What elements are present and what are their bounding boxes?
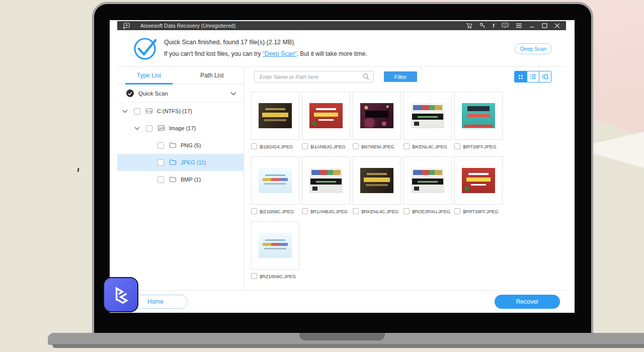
cart-icon[interactable] [466, 23, 472, 29]
file-thumbnail-card[interactable] [251, 221, 299, 270]
app-logo-icon [123, 23, 130, 29]
file-checkbox[interactable] [454, 143, 460, 149]
file-checkbox[interactable] [404, 143, 410, 149]
file-thumbnail [360, 103, 393, 128]
file-checkbox[interactable] [404, 208, 410, 214]
chevron-down-icon[interactable] [122, 108, 128, 114]
file-item: $I1ANBJG.JPEG [302, 92, 350, 149]
key-icon[interactable] [479, 23, 486, 29]
detail-view-icon[interactable] [539, 71, 551, 82]
tree-item-drive[interactable]: C:(NTFS) (17) [117, 103, 244, 120]
menu-icon[interactable] [516, 23, 522, 28]
file-thumbnail-card[interactable] [353, 92, 401, 140]
tree-item-jpeg[interactable]: JPEG (11) [117, 154, 244, 171]
file-checkbox[interactable] [251, 273, 257, 279]
chevron-down-icon[interactable] [134, 125, 140, 131]
file-checkbox[interactable] [302, 143, 308, 149]
file-thumbnail [259, 233, 292, 258]
deep-scan-button[interactable]: Deep Scan [515, 43, 552, 54]
file-thumbnail-card[interactable] [404, 92, 452, 140]
folder-icon [169, 142, 177, 149]
file-item: $RRT28FF.JPEG [454, 156, 503, 214]
tree-checkbox[interactable] [157, 177, 164, 183]
left-panel: Type List Path List Quick Scan C:(NTFS) … [117, 67, 244, 290]
view-toggle-group [514, 71, 551, 82]
file-name: $R1ANBJG.JPEG [310, 209, 348, 214]
file-item: $IKENL4C.JPEG [404, 92, 452, 149]
drive-icon [145, 108, 153, 115]
minimize-icon[interactable] [529, 23, 535, 28]
file-name: $RKENL4C.JPEG [361, 209, 398, 214]
file-item: $I67I6EM.JPEG [353, 92, 401, 149]
scan-hint-text: If you can't find lost files, you can tr… [164, 50, 367, 57]
scan-status-text: Quick Scan finished, found 17 file(s) (2… [164, 39, 294, 46]
file-name: $RZ16N9C.JPEG [260, 274, 296, 279]
tree-checkbox[interactable] [134, 108, 140, 115]
file-thumbnail [411, 103, 444, 128]
tree-item-bmp[interactable]: BMP (1) [117, 171, 244, 188]
file-item: $IRT28FF.JPEG [454, 92, 503, 149]
laptop-hinge-notch [299, 333, 385, 340]
file-name: $IKENL4C.JPEG [412, 144, 447, 149]
filter-button[interactable]: Filter [384, 71, 417, 82]
feedback-icon[interactable] [502, 23, 509, 29]
search-input[interactable] [255, 71, 363, 82]
laptop-display: Aiseesoft Data Recovery (Unregistered) f… [110, 20, 575, 313]
file-thumbnail-card[interactable] [302, 156, 350, 205]
file-thumbnail-card[interactable] [302, 92, 350, 140]
pc-watermark-logo [103, 277, 138, 312]
grid-view-icon[interactable] [515, 71, 527, 82]
file-item: $R1ANBJG.JPEG [302, 156, 350, 214]
folder-icon [169, 159, 177, 166]
app-footer: Home Recover [117, 290, 566, 312]
file-checkbox[interactable] [454, 208, 460, 214]
file-item: $RKENL4C.JPEG [353, 156, 401, 214]
file-thumbnail [309, 103, 343, 128]
file-name: $RRT28FF.JPEG [463, 209, 499, 214]
file-item: $IZ16N9C.JPEG [251, 156, 299, 214]
deep-scan-link[interactable]: "Deep Scan" [263, 50, 297, 57]
file-thumbnail-card[interactable] [353, 156, 401, 205]
file-checkbox[interactable] [302, 208, 308, 214]
file-name: $I1ANBJG.JPEG [310, 144, 346, 149]
folder-icon [169, 176, 177, 184]
tree-checkbox[interactable] [157, 142, 164, 149]
file-thumbnail [309, 168, 343, 193]
close-icon[interactable] [554, 23, 560, 28]
tab-type-list[interactable]: Type List [117, 67, 181, 84]
background-mark [77, 168, 79, 172]
file-thumbnail [411, 168, 444, 193]
file-browser-panel: Filter $I19GIG4.JPEG $I1ANBJG.JPEG $I67I… [244, 67, 558, 290]
file-checkbox[interactable] [251, 208, 257, 214]
file-thumbnail [462, 168, 495, 193]
file-thumbnail-card[interactable] [251, 92, 299, 140]
tree-item-image[interactable]: Image (17) [117, 120, 244, 137]
maximize-icon[interactable] [542, 23, 547, 28]
file-name: $I67I6EM.JPEG [361, 144, 394, 149]
file-name: $ROE3RXU.JPEG [412, 209, 450, 214]
tree-root-quick-scan[interactable]: Quick Scan [117, 84, 244, 103]
file-thumbnail-card[interactable] [454, 156, 503, 205]
window-titlebar: Aiseesoft Data Recovery (Unregistered) f [117, 21, 566, 30]
file-checkbox[interactable] [353, 143, 359, 149]
file-checkbox[interactable] [353, 208, 359, 214]
search-icon[interactable] [363, 73, 369, 80]
tab-path-list[interactable]: Path List [181, 67, 244, 84]
tree-item-png[interactable]: PNG (5) [117, 137, 244, 154]
file-thumbnail [259, 103, 292, 128]
file-thumbnail-card[interactable] [404, 156, 452, 205]
file-thumbnail-card[interactable] [251, 156, 299, 205]
facebook-icon[interactable]: f [493, 23, 495, 29]
list-view-icon[interactable] [527, 71, 539, 82]
file-checkbox[interactable] [251, 143, 257, 149]
tree-checkbox[interactable] [157, 159, 164, 166]
tree-checkbox[interactable] [146, 125, 152, 132]
search-box [254, 71, 374, 82]
laptop-base-edge [52, 344, 644, 348]
file-thumbnail-card[interactable] [454, 92, 503, 140]
image-icon [157, 125, 165, 132]
data-recovery-app-window: Aiseesoft Data Recovery (Unregistered) f… [110, 20, 575, 313]
recover-button[interactable]: Recover [495, 295, 560, 309]
file-thumbnail [462, 103, 495, 128]
chevron-down-icon[interactable] [230, 91, 236, 97]
